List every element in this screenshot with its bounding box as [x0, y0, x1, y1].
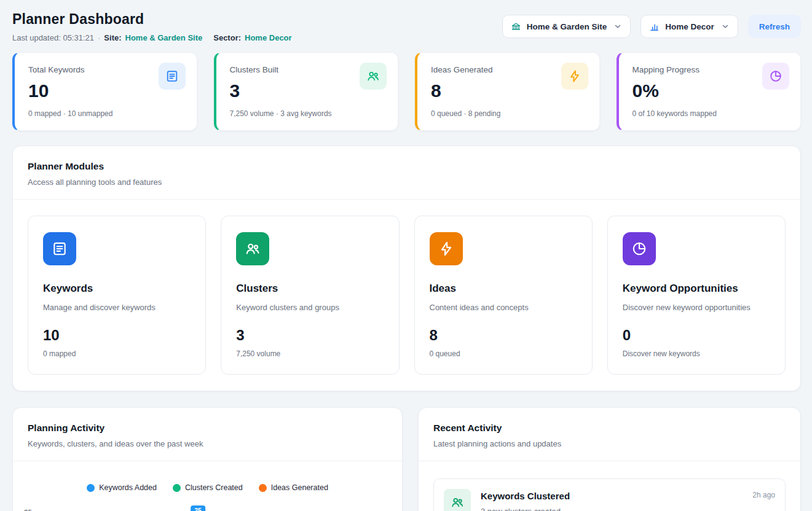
site-label: Site: [104, 33, 121, 42]
module-title: Keyword Opportunities [623, 283, 770, 295]
planning-activity-header: Planning Activity Keywords, clusters, an… [13, 408, 402, 461]
modules-title: Planner Modules [28, 161, 786, 172]
page-header: Planner Dashboard Last updated: 05:31:21… [12, 11, 801, 42]
planner-dashboard-page: Planner Dashboard Last updated: 05:31:21… [0, 0, 812, 511]
users-icon [444, 489, 471, 511]
legend-item-clusters-created: Clusters Created [173, 483, 243, 492]
planning-activity-title: Planning Activity [28, 423, 387, 434]
module-title: Clusters [236, 283, 384, 295]
page-title: Planner Dashboard [12, 11, 292, 28]
module-detail: 0 queued [430, 349, 577, 358]
bar-chart-icon [649, 21, 660, 32]
legend-label: Ideas Generated [271, 483, 328, 492]
site-selector-label: Home & Garden Site [527, 22, 607, 31]
chevron-down-icon [721, 22, 730, 31]
module-description: Keyword clusters and groups [236, 303, 384, 312]
recent-activity-panel: Recent Activity Latest planning actions … [418, 407, 801, 511]
activity-item-timestamp: 2h ago [752, 491, 775, 499]
bolt-icon [561, 63, 588, 90]
pie-chart-icon [762, 63, 789, 90]
modules-subtitle: Access all planning tools and features [28, 177, 786, 187]
data-point-label: 25 [191, 505, 205, 511]
legend-label: Keywords Added [99, 483, 157, 492]
stat-card-total-keywords: Total Keywords 10 0 mapped · 10 unmapped [12, 52, 197, 131]
sector-label: Sector: [213, 33, 241, 42]
header-left: Planner Dashboard Last updated: 05:31:21… [12, 11, 292, 42]
activity-item-title: Keywords Clustered [481, 491, 570, 501]
module-card-keywords[interactable]: Keywords Manage and discover keywords 10… [28, 216, 206, 375]
module-value: 10 [43, 327, 191, 344]
meta-separator: · [98, 33, 100, 42]
module-title: Keywords [43, 283, 191, 295]
site-selector-dropdown[interactable]: Home & Garden Site [502, 15, 631, 38]
legend-dot-icon [87, 484, 95, 492]
stat-card-ideas-generated: Ideas Generated 8 0 queued · 8 pending [415, 52, 600, 131]
module-detail: 7,250 volume [236, 349, 384, 358]
module-title: Ideas [430, 283, 577, 295]
recent-activity-title: Recent Activity [433, 423, 786, 434]
planner-modules-panel: Planner Modules Access all planning tool… [12, 146, 801, 391]
keywords-added-area-series [34, 500, 388, 511]
modules-panel-header: Planner Modules Access all planning tool… [13, 146, 800, 199]
sector-selector-dropdown[interactable]: Home Decor [641, 15, 738, 38]
module-card-keyword-opportunities[interactable]: Keyword Opportunities Discover new keywo… [607, 216, 786, 375]
pie-chart-icon [623, 232, 656, 265]
stat-detail: 0 of 10 keywords mapped [633, 109, 789, 118]
users-icon [360, 63, 387, 90]
legend-item-ideas-generated: Ideas Generated [259, 483, 328, 492]
planning-activity-panel: Planning Activity Keywords, clusters, an… [12, 407, 403, 511]
activity-item-description: 3 new clusters created [481, 507, 570, 511]
legend-label: Clusters Created [185, 483, 243, 492]
bolt-icon [430, 232, 463, 265]
modules-grid: Keywords Manage and discover keywords 10… [13, 200, 800, 391]
activity-list-item: Keywords Clustered 3 new clusters create… [433, 478, 786, 511]
legend-item-keywords-added: Keywords Added [87, 483, 157, 492]
header-meta: Last updated: 05:31:21 · Site: Home & Ga… [12, 33, 292, 42]
sector-link[interactable]: Home Decor [245, 33, 292, 42]
module-detail: 0 mapped [43, 349, 191, 358]
module-card-ideas[interactable]: Ideas Content ideas and concepts 8 0 que… [414, 216, 593, 375]
module-value: 3 [236, 327, 384, 344]
stat-card-mapping-progress: Mapping Progress 0% 0 of 10 keywords map… [617, 52, 802, 131]
chevron-down-icon [613, 22, 622, 31]
stat-detail: 7,250 volume · 3 avg keywords [230, 109, 386, 118]
recent-activity-list: Keywords Clustered 3 new clusters create… [419, 461, 800, 511]
module-detail: Discover new keywords [623, 349, 770, 358]
module-description: Manage and discover keywords [43, 303, 191, 312]
bottom-row: Planning Activity Keywords, clusters, an… [12, 407, 801, 511]
activity-item-text: Keywords Clustered 3 new clusters create… [481, 489, 570, 511]
stat-detail: 0 mapped · 10 unmapped [28, 109, 184, 118]
stat-card-clusters-built: Clusters Built 3 7,250 volume · 3 avg ke… [214, 52, 399, 131]
y-axis-tick: 25 [24, 509, 32, 511]
document-lines-icon [159, 63, 186, 90]
area-chart: 25 25 24 [13, 500, 402, 511]
module-description: Content ideas and concepts [430, 303, 577, 312]
planning-activity-subtitle: Keywords, clusters, and ideas over the p… [28, 439, 387, 448]
header-actions: Home & Garden Site Home Decor Refresh [502, 15, 801, 38]
stats-row: Total Keywords 10 0 mapped · 10 unmapped… [12, 52, 801, 131]
module-description: Discover new keyword opportunities [623, 303, 770, 312]
last-updated-text: Last updated: 05:31:21 [12, 33, 94, 42]
recent-activity-subtitle: Latest planning actions and updates [433, 439, 786, 448]
document-lines-icon [43, 232, 76, 265]
module-card-clusters[interactable]: Clusters Keyword clusters and groups 3 7… [221, 216, 399, 375]
users-icon [236, 232, 269, 265]
building-icon [511, 21, 521, 32]
chart-legend: Keywords Added Clusters Created Ideas Ge… [13, 461, 402, 492]
legend-dot-icon [259, 484, 267, 492]
refresh-button[interactable]: Refresh [748, 15, 801, 38]
recent-activity-header: Recent Activity Latest planning actions … [419, 408, 800, 461]
legend-dot-icon [173, 484, 181, 492]
module-value: 0 [623, 327, 770, 344]
sector-selector-label: Home Decor [665, 22, 714, 31]
site-link[interactable]: Home & Garden Site [125, 33, 203, 42]
module-value: 8 [430, 327, 577, 344]
stat-detail: 0 queued · 8 pending [431, 109, 587, 118]
